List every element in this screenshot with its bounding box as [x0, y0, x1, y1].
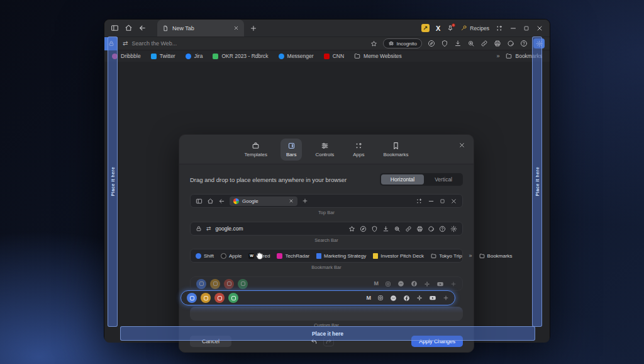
incognito-badge: Incognito	[383, 38, 422, 48]
wrench-icon	[460, 25, 467, 31]
tab-templates[interactable]: Templates	[239, 139, 273, 161]
bookmark-label: Messenger	[287, 53, 314, 59]
zoom-icon[interactable]	[467, 40, 475, 47]
new-tab-icon	[302, 198, 308, 204]
folder-icon	[506, 53, 512, 59]
drop-zone-bottom[interactable]: Place it here	[120, 326, 535, 341]
jira-favicon	[186, 54, 191, 59]
apps-grid-icon	[416, 198, 423, 205]
maximize-icon	[440, 198, 445, 204]
bookmark-bar-label: Bookmark Bar	[190, 264, 463, 270]
custom-bar-slot[interactable]	[190, 307, 463, 321]
tab-apps[interactable]: Apps	[347, 139, 370, 161]
bookmarks-overflow-icon: »	[469, 253, 472, 259]
tab-title: New Tab	[172, 25, 230, 31]
instagram-icon	[385, 281, 391, 287]
incognito-label: Incognito	[397, 41, 417, 47]
back-icon[interactable]	[138, 24, 147, 32]
techradar-favicon	[277, 253, 282, 259]
bookmark-star-icon[interactable]	[370, 40, 377, 47]
bookmark-item[interactable]: Twitter	[151, 53, 175, 59]
twitter-favicon	[151, 54, 157, 59]
bookmark-label: Twitter	[160, 53, 175, 59]
print-icon[interactable]	[494, 40, 501, 47]
modal-close-icon[interactable]	[458, 142, 465, 149]
recipes-button[interactable]: Recipes	[460, 25, 489, 31]
bookmark-item[interactable]: OKR 2023 - Rdbrck	[213, 53, 268, 59]
minimize-icon[interactable]	[509, 25, 517, 32]
amber-app-icon	[201, 293, 211, 303]
apple-favicon	[221, 253, 226, 259]
lock-icon	[196, 225, 202, 232]
add-app-icon	[443, 295, 449, 301]
youtube-icon	[429, 294, 436, 302]
vertical-segment[interactable]: Vertical	[425, 174, 462, 185]
bookmark-label: Bookmarks	[487, 253, 513, 259]
compass-icon[interactable]	[428, 40, 435, 47]
link-icon[interactable]	[480, 40, 488, 47]
sync-icon[interactable]	[507, 40, 514, 47]
preview-tab-title: Google	[242, 198, 286, 204]
x-extension-icon[interactable]: X	[436, 25, 440, 32]
drop-zone-label: Place it here	[111, 167, 115, 196]
app-circles	[187, 293, 238, 303]
compass-icon	[360, 225, 367, 232]
pin-extension-icon[interactable]	[447, 25, 454, 32]
slack-icon	[424, 281, 430, 287]
back-icon	[218, 198, 225, 205]
grab-cursor-icon	[253, 250, 265, 261]
bookmark-folder-item[interactable]: Meme Websites	[354, 53, 402, 59]
minimize-icon	[428, 198, 435, 205]
drop-zone-left[interactable]: Place it here	[108, 37, 118, 327]
bookmark-label: Tokyo Trip	[439, 253, 462, 259]
preview-tab: Google	[230, 196, 297, 206]
tab-label: Controls	[315, 152, 334, 157]
shield-icon[interactable]	[441, 40, 448, 47]
apps-grid-icon[interactable]	[496, 25, 503, 32]
incognito-icon	[388, 40, 394, 47]
bookmark-item[interactable]: Messenger	[279, 53, 314, 59]
google-favicon	[233, 198, 239, 204]
download-icon	[382, 225, 389, 232]
dragged-custom-bar[interactable]: M	[180, 290, 455, 305]
address-bar: ⇄ Search the Web... Incognito	[104, 37, 550, 50]
bookmark-label: Meme Websites	[364, 53, 402, 59]
slack-icon	[416, 295, 423, 301]
red-app-icon	[214, 293, 225, 303]
bookmarks-icon	[392, 142, 400, 150]
maximize-icon[interactable]	[523, 25, 530, 31]
cnn-favicon	[324, 54, 330, 59]
search-input[interactable]: Search the Web...	[131, 40, 177, 47]
sidebar-toggle-icon[interactable]	[111, 24, 119, 32]
new-tab-icon[interactable]	[250, 25, 257, 32]
bookmark-item[interactable]: Jira	[186, 53, 203, 59]
browser-content: Templates Bars Controls Apps	[104, 62, 550, 343]
tab-controls[interactable]: Controls	[309, 139, 340, 161]
tab-close-icon[interactable]	[233, 25, 239, 31]
horizontal-segment[interactable]: Horizontal	[381, 174, 424, 185]
window-close-icon[interactable]	[536, 25, 543, 32]
drop-zone-right[interactable]: Place it here	[532, 37, 542, 327]
templates-icon	[252, 142, 260, 150]
preview-app-bar[interactable]: M	[190, 276, 463, 291]
home-icon	[207, 198, 214, 205]
facebook-icon	[403, 295, 410, 302]
doc-favicon	[316, 253, 321, 259]
preview-top-bar[interactable]: Google	[190, 194, 463, 208]
extension-icon[interactable]: ↗	[421, 24, 430, 32]
messenger-icon	[397, 280, 404, 287]
bookmark-label: OKR 2023 - Rdbrck	[221, 53, 268, 59]
bookmarks-overflow-icon[interactable]: »	[496, 54, 499, 59]
help-icon[interactable]	[520, 40, 528, 47]
tab-bookmarks[interactable]: Bookmarks	[377, 139, 414, 161]
home-icon[interactable]	[125, 24, 133, 32]
address-bar-actions: Incognito	[370, 38, 545, 48]
browser-tab[interactable]: New Tab	[157, 20, 244, 37]
link-icon	[405, 225, 412, 232]
bookmark-item[interactable]: CNN	[324, 53, 344, 59]
preview-bookmark-bar[interactable]: Shift Apple WWired TechRadar Marketing S…	[190, 249, 463, 263]
preview-search-bar[interactable]: ⇄ google.com	[190, 222, 463, 236]
tab-bars[interactable]: Bars	[280, 139, 302, 161]
window-close-icon	[450, 198, 457, 205]
download-icon[interactable]	[454, 40, 462, 47]
